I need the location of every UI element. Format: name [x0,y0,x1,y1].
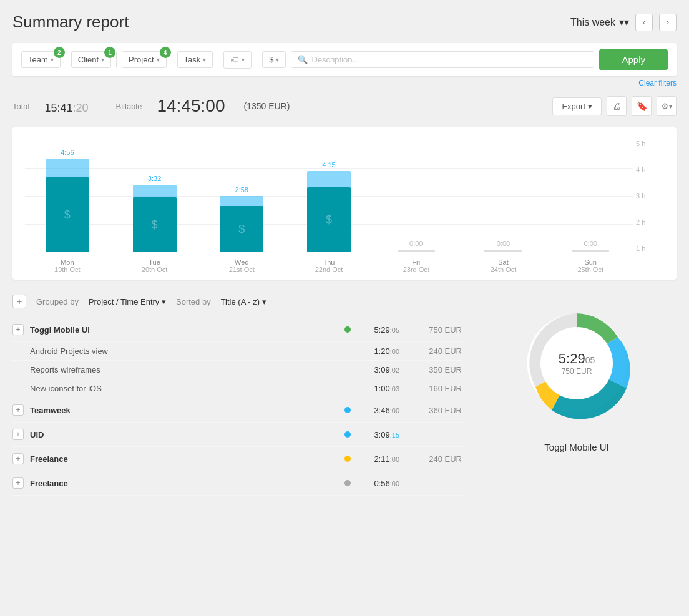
teamweek-dot [344,407,351,413]
filter-divider-1 [66,52,66,67]
client-badge: 1 [104,47,115,58]
total-time: 15:41:20 [44,96,88,116]
project-badge: 4 [160,47,171,58]
project-row-freelance-1: + Freelance 2:11:00 240 EUR [12,447,462,471]
billable-time: 14:45:00 [157,96,225,116]
tags-chevron-icon: ▾ [242,56,245,63]
totals-actions: Export ▾ 🖨 🔖 ⚙ ▾ [552,96,677,116]
bottom-section: + Grouped by Project / Time Entry ▾ Sort… [12,295,677,496]
group-chevron-icon: ▾ [162,297,166,306]
billable-amount: (1350 EUR) [243,101,290,111]
amount-filter[interactable]: $ ▾ [262,51,286,68]
sort-value[interactable]: Title (A - z) ▾ [221,297,266,306]
print-icon: 🖨 [612,101,621,111]
task-chevron-icon: ▾ [203,56,206,63]
export-chevron-icon: ▾ [588,102,592,111]
grid-label-3h: 3 h [636,192,664,200]
clear-filters-link[interactable]: Clear filters [12,79,677,87]
tags-icon: 🏷 [230,55,239,65]
task-filter[interactable]: Task ▾ [177,51,213,68]
left-section: + Grouped by Project / Time Entry ▾ Sort… [12,295,462,496]
billable-label: Billable [116,102,142,111]
next-period-button[interactable]: › [659,14,677,31]
expand-uid-button[interactable]: + [12,429,24,440]
uid-dot [344,431,351,438]
project-row-teamweek: + Teamweek 3:46:00 360 EUR [12,398,462,423]
filter-bar: Team ▾ 2 Client ▾ 1 Project ▾ 4 Task ▾ 🏷… [12,43,677,76]
right-section: 5:2905 750 EUR Toggl Mobile UI [477,295,677,496]
bar-chart: 5 h 4 h 3 h 2 h 1 h 4:56 $ 3:32 [12,127,677,280]
donut-amount: 750 EUR [559,367,595,376]
filter-divider-2 [116,52,117,67]
period-chevron-icon: ▾ [619,16,629,28]
tags-filter[interactable]: 🏷 ▾ [223,51,252,69]
donut-center: 5:2905 750 EUR [559,351,595,376]
totals-bar: Total 15:41:20 Billable 14:45:00 (1350 E… [12,96,677,116]
bookmark-icon: 🔖 [637,101,647,111]
search-icon: 🔍 [298,55,308,64]
freelance-2-dot [344,480,351,486]
client-filter[interactable]: Client ▾ 1 [71,51,111,68]
grid-label-4h: 4 h [636,166,664,174]
toggl-mobile-amount: 750 EUR [412,325,462,335]
gear-icon: ⚙ [661,101,669,111]
amount-chevron-icon: ▾ [276,56,279,63]
filter-divider-5 [257,52,257,67]
donut-time: 5:2905 [559,351,595,367]
export-button[interactable]: Export ▾ [552,97,602,115]
project-row-toggl-mobile: + Toggl Mobile UI 5:29:05 750 EUR [12,318,462,342]
grid-label-1h: 1 h [636,245,664,252]
sort-chevron-icon: ▾ [262,297,266,306]
prev-period-button[interactable]: ‹ [635,14,653,31]
header-right: This week ▾ ‹ › [570,14,677,31]
bookmark-button[interactable]: 🔖 [632,96,652,116]
header: Summary report This week ▾ ‹ › [12,12,677,32]
group-value[interactable]: Project / Time Entry ▾ [89,297,166,306]
donut-title: Toggl Mobile UI [544,442,608,452]
project-filter[interactable]: Project ▾ 4 [122,51,166,68]
settings-chevron-icon: ▾ [669,103,672,110]
project-row-freelance-2: + Freelance 0:56:00 [12,471,462,496]
page-title: Summary report [12,12,129,32]
freelance-1-dot [344,456,351,462]
grid-label-5h: 5 h [636,140,664,147]
grid-label-2h: 2 h [636,218,664,226]
entry-android-projects: Android Projects view 1:20:00 240 EUR [12,342,462,361]
grouping-bar: + Grouped by Project / Time Entry ▾ Sort… [12,295,462,308]
teamweek-amount: 360 EUR [412,406,462,415]
add-group-button[interactable]: + [12,295,26,308]
project-list: + Toggl Mobile UI 5:29:05 750 EUR Androi… [12,317,462,496]
uid-time: 3:09:15 [356,430,399,439]
print-button[interactable]: 🖨 [607,96,627,116]
settings-button[interactable]: ⚙ ▾ [657,96,677,116]
project-row-uid: + UID 3:09:15 [12,423,462,447]
client-chevron-icon: ▾ [101,56,104,63]
donut-chart: 5:2905 750 EUR [508,295,645,432]
total-label: Total [12,102,29,111]
filter-divider-3 [172,52,172,67]
freelance-1-amount: 240 EUR [412,454,462,464]
expand-freelance-1-button[interactable]: + [12,453,24,464]
page-wrapper: Summary report This week ▾ ‹ › Team ▾ 2 … [0,0,689,616]
freelance-1-time: 2:11:00 [356,454,399,464]
team-chevron-icon: ▾ [51,56,54,63]
project-chevron-icon: ▾ [157,56,160,63]
expand-teamweek-button[interactable]: + [12,404,24,416]
team-badge: 2 [54,47,65,58]
toggl-mobile-time: 5:29:05 [356,325,399,335]
filter-divider-4 [218,52,218,67]
expand-freelance-2-button[interactable]: + [12,477,24,489]
teamweek-time: 3:46:00 [356,406,399,415]
entry-iconset-ios: New iconset for iOS 1:00:03 160 EUR [12,379,462,398]
toggl-mobile-dot [344,326,351,333]
expand-toggl-mobile-button[interactable]: + [12,324,24,335]
period-selector[interactable]: This week ▾ [570,16,629,28]
apply-button[interactable]: Apply [599,49,668,70]
team-filter[interactable]: Team ▾ 2 [21,51,61,68]
entry-reports-wireframes: Reports wireframes 3:09:02 350 EUR [12,361,462,379]
freelance-2-time: 0:56:00 [356,479,399,488]
description-search[interactable]: 🔍 Description... [291,51,594,68]
